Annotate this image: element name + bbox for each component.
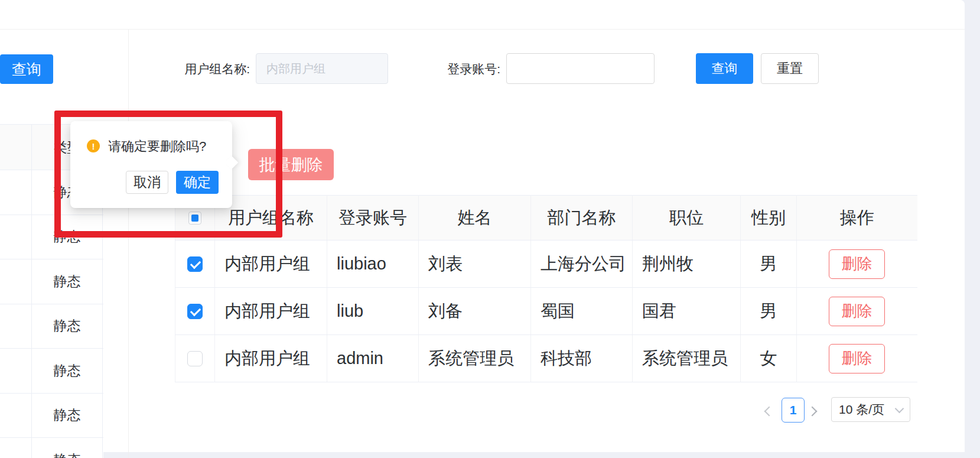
col-header-department: 部门名称: [531, 196, 633, 241]
cell-department: 科技部: [531, 335, 633, 382]
left-table-cell-type: 静态: [32, 394, 103, 438]
cell-account: admin: [327, 335, 419, 382]
cell-position: 荆州牧: [633, 241, 741, 288]
left-table-cell-type: 静态: [32, 259, 103, 304]
cell-position: 系统管理员: [633, 335, 741, 382]
left-table-cell-type: 静态: [32, 438, 103, 458]
group-name-label: 用户组名称:: [149, 61, 250, 77]
row-checkbox[interactable]: [187, 304, 203, 319]
left-query-button[interactable]: 查询: [0, 54, 53, 84]
left-table-row: 静态: [0, 438, 103, 458]
cell-group-name: 内部用户组: [215, 241, 327, 288]
cell-position: 国君: [633, 288, 741, 335]
col-header-name: 姓名: [419, 196, 531, 241]
row-checkbox[interactable]: [187, 351, 203, 366]
left-table-row: 静态: [0, 304, 103, 349]
cell-gender: 男: [741, 288, 797, 335]
annotation-highlight-box: [54, 111, 282, 238]
pagination-prev-button[interactable]: [766, 407, 773, 417]
topbar-divider: [0, 29, 965, 30]
left-table-cell-type: 静态: [32, 304, 103, 349]
reset-button[interactable]: 重置: [761, 53, 819, 84]
chevron-right-icon: [808, 407, 818, 417]
table-row: 内部用户组 liub 刘备 蜀国 国君 男 删除: [175, 288, 917, 335]
cell-department: 上海分公司: [531, 241, 633, 288]
cell-account: liub: [327, 288, 419, 335]
row-checkbox[interactable]: [187, 256, 203, 272]
query-button[interactable]: 查询: [696, 53, 753, 84]
cell-department: 蜀国: [531, 288, 633, 335]
left-table-header-empty-cell: [0, 125, 32, 170]
col-header-gender: 性别: [741, 196, 797, 241]
delete-row-button[interactable]: 删除: [829, 297, 885, 326]
cell-group-name: 内部用户组: [215, 335, 327, 382]
chevron-left-icon: [764, 407, 774, 417]
pagination-page-1[interactable]: 1: [782, 398, 805, 423]
left-table-row: 静态: [0, 394, 103, 438]
cell-name: 刘表: [419, 241, 531, 288]
account-label: 登录账号:: [400, 61, 500, 77]
chevron-down-icon: [895, 404, 904, 413]
pagination-next-button[interactable]: [809, 407, 816, 417]
cell-gender: 女: [741, 335, 797, 382]
left-table-cell-type: 静态: [32, 349, 103, 393]
account-input[interactable]: [506, 53, 655, 84]
table-header-row: 用户组名称 登录账号 姓名 部门名称 职位 性别 操作: [175, 196, 917, 241]
delete-row-button[interactable]: 删除: [829, 344, 885, 373]
cell-name: 系统管理员: [419, 335, 531, 382]
cell-gender: 男: [741, 241, 797, 288]
delete-row-button[interactable]: 删除: [829, 249, 885, 279]
col-header-action: 操作: [797, 196, 917, 241]
col-header-account: 登录账号: [327, 196, 419, 241]
left-panel-divider: [128, 30, 129, 458]
left-table-row: 静态: [0, 259, 103, 304]
table-row: 内部用户组 admin 系统管理员 科技部 系统管理员 女 删除: [175, 335, 917, 382]
page-size-select[interactable]: 10 条/页: [831, 397, 910, 422]
page-size-value: 10 条/页: [839, 401, 896, 418]
col-header-position: 职位: [633, 196, 741, 241]
cell-account: liubiao: [327, 241, 419, 288]
left-table-row: 静态: [0, 349, 103, 394]
user-table: 用户组名称 登录账号 姓名 部门名称 职位 性别 操作 内部用户组 liubia…: [175, 195, 917, 382]
table-row: 内部用户组 liubiao 刘表 上海分公司 荆州牧 男 删除: [175, 241, 917, 288]
cell-group-name: 内部用户组: [215, 288, 327, 335]
cell-name: 刘备: [419, 288, 531, 335]
group-name-input[interactable]: [256, 53, 388, 84]
top-navbar: [0, 0, 965, 23]
